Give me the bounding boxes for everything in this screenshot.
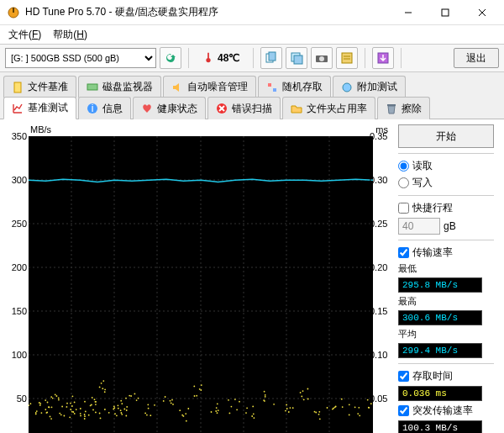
y-tick: 350 [7,131,27,141]
svg-point-94 [236,409,238,410]
start-button[interactable]: 开始 [398,124,494,148]
window-buttons [390,1,501,24]
check-burst-rate[interactable]: 突发传输速率 [398,404,494,418]
svg-point-176 [120,400,122,402]
tab-extra-tests[interactable]: 附加测试 [333,76,406,98]
save-button[interactable] [372,47,394,69]
trash-icon [386,103,397,114]
tab-label: 附加测试 [357,80,397,94]
svg-point-102 [368,407,370,409]
copy-info-button[interactable] [260,47,282,69]
svg-point-140 [71,411,73,413]
y-tick: 150 [7,306,27,316]
tab-erase[interactable]: 擦除 [377,97,430,119]
stat-label-avg: 平均 [398,328,494,341]
svg-point-170 [80,408,81,409]
separator [253,48,254,68]
svg-point-183 [216,407,218,409]
tab-health[interactable]: 健康状态 [133,97,206,119]
svg-point-120 [163,400,165,402]
tab-label: 擦除 [402,102,422,116]
y-tick-right: 0.35 [370,131,390,141]
svg-point-172 [95,401,97,403]
error-icon [216,103,228,114]
minimize-button[interactable] [390,1,427,24]
svg-point-117 [121,414,123,415]
svg-point-152 [199,388,201,390]
y-tick: 300 [7,175,27,185]
svg-point-207 [126,406,128,408]
stat-label-min: 最低 [398,262,494,275]
heart-icon [141,103,153,114]
radio-label: 读取 [412,159,433,173]
tab-info[interactable]: i信息 [78,97,131,119]
svg-point-112 [94,399,96,400]
svg-point-79 [66,403,68,404]
svg-point-124 [231,406,233,408]
svg-point-69 [318,414,320,415]
svg-point-203 [95,404,97,405]
svg-point-144 [99,387,101,388]
check-transfer-rate[interactable]: 传输速率 [398,246,494,260]
check-access-time[interactable]: 存取时间 [398,369,494,383]
svg-point-182 [201,384,202,386]
copy-screenshot-button[interactable] [286,47,307,69]
svg-point-191 [354,406,356,408]
maximize-button[interactable] [427,1,464,24]
svg-point-155 [253,413,255,415]
refresh-button[interactable] [160,47,181,69]
svg-point-142 [84,401,86,403]
check-label: 突发传输速率 [412,404,473,418]
stat-label-max: 最高 [398,295,494,308]
exit-button[interactable]: 退出 [454,48,499,68]
svg-point-126 [264,400,265,402]
y-tick: 100 [7,350,27,360]
screenshot-button[interactable] [311,47,333,69]
svg-point-128 [301,396,302,398]
close-button[interactable] [464,1,501,24]
svg-point-121 [181,415,183,416]
tab-strip: 文件基准 磁盘监视器 自动噪音管理 随机存取 附加测试 基准测试 i信息 健康状… [0,72,504,119]
svg-point-98 [303,399,305,400]
temperature-display: 48℃ [196,51,246,66]
stat-value-access: 0.036 ms [398,386,482,401]
svg-point-197 [55,393,56,395]
menu-help[interactable]: 帮助(H) [48,26,92,44]
tab-label: 磁盘监视器 [102,80,153,94]
extra-icon [341,82,353,93]
tab-benchmark[interactable]: 基准测试 [3,97,76,119]
svg-point-162 [367,399,369,401]
separator [401,48,402,68]
svg-point-66 [273,404,275,405]
separator [365,48,365,68]
tab-label: 文件夹占用率 [307,102,367,116]
tab-error-scan[interactable]: 错误扫描 [207,97,281,119]
svg-point-150 [170,400,171,402]
svg-point-202 [92,397,93,399]
svg-rect-18 [14,82,21,92]
svg-point-83 [92,409,94,411]
svg-point-65 [245,412,247,414]
svg-point-187 [286,404,287,406]
tab-random-access[interactable]: 随机存取 [258,76,331,98]
tab-label: 基准测试 [28,101,68,115]
tab-aam[interactable]: 自动噪音管理 [163,76,256,98]
tab-disk-monitor[interactable]: 磁盘监视器 [78,76,161,98]
check-label: 传输速率 [412,246,453,260]
svg-point-110 [80,413,81,415]
tab-file-benchmark[interactable]: 文件基准 [3,76,76,98]
radio-write[interactable]: 写入 [398,176,494,190]
drive-select[interactable]: [G: ] 500GB SSD (500 gB) [5,48,156,68]
monitor-icon [87,82,98,93]
svg-point-76 [50,416,51,418]
svg-rect-1 [13,8,14,13]
svg-rect-21 [273,88,276,92]
options-button[interactable] [336,47,358,69]
check-short-stroke[interactable]: 快捷行程 [398,201,494,215]
tab-folder-usage[interactable]: 文件夹占用率 [282,97,375,119]
svg-point-217 [290,407,291,409]
menu-file[interactable]: 文件(F) [3,26,46,44]
svg-point-190 [342,406,344,408]
radio-read[interactable]: 读取 [398,159,494,173]
svg-point-157 [292,407,294,409]
